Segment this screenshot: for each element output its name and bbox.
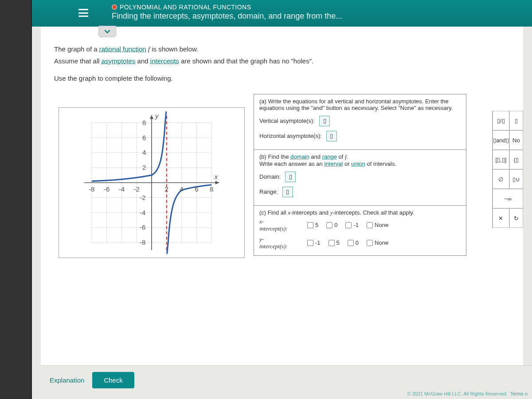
label-domain: Domain: — [259, 173, 281, 180]
svg-text:8: 8 — [210, 185, 213, 193]
checkbox-x-5[interactable]: 5 — [307, 222, 318, 228]
function-graph: -8-6-4-2 2468 2468 -2-4-6-8 x y — [59, 107, 245, 258]
label-range: Range: — [259, 188, 278, 195]
palette-no[interactable]: No — [509, 130, 523, 150]
svg-text:-8: -8 — [89, 185, 95, 193]
svg-marker-18 — [215, 180, 219, 184]
svg-text:6: 6 — [195, 185, 198, 193]
part-c: (c) Find all x-intercepts and y-intercep… — [254, 206, 466, 255]
svg-text:-6: -6 — [104, 185, 110, 193]
collapse-toggle[interactable] — [98, 26, 116, 37]
link-intercepts[interactable]: intercepts — [150, 57, 179, 65]
input-vertical-asymptote[interactable]: ▯ — [319, 116, 330, 126]
copyright-text: © 2021 McGraw Hill LLC. All Rights Reser… — [407, 391, 528, 396]
svg-text:-2: -2 — [140, 193, 146, 201]
check-button[interactable]: Check — [92, 372, 134, 388]
checkbox-x-none[interactable]: None — [367, 222, 388, 228]
section-title: POLYNOMIAL AND RATIONAL FUNCTIONS — [112, 4, 342, 11]
palette-union[interactable]: ▯∪ — [509, 169, 523, 189]
link-interval[interactable]: interval — [324, 160, 343, 167]
checkbox-y-5[interactable]: 5 — [329, 239, 340, 246]
link-union[interactable]: union — [351, 160, 365, 167]
palette-closed-interval[interactable]: [▯,▯] — [493, 150, 509, 169]
symbol-palette: ▯/▯ ▯ ▯and▯ No [▯,▯] (▯ ∅ ▯∪ −∞ ✕ ↻ — [492, 111, 523, 228]
svg-text:y: y — [155, 112, 159, 119]
checkbox-y-0[interactable]: 0 — [348, 239, 359, 246]
svg-text:-4: -4 — [119, 185, 125, 193]
explanation-button[interactable]: Explanation — [50, 376, 84, 384]
chevron-down-icon — [104, 28, 110, 35]
svg-text:4: 4 — [142, 149, 146, 156]
part-b: (b) Find the domain and range of f. Writ… — [254, 150, 466, 206]
svg-text:x: x — [214, 172, 219, 180]
link-asymptotes[interactable]: asymptotes — [102, 57, 136, 65]
menu-hamburger-icon[interactable] — [78, 9, 88, 17]
part-a-text: (a) Write the equations for all vertical… — [259, 98, 461, 111]
palette-clear[interactable]: ✕ — [493, 208, 509, 228]
label-horizontal-asymptote: Horizontal asymptote(s): — [259, 133, 322, 139]
svg-text:8: 8 — [142, 118, 146, 126]
checkbox-y-neg1[interactable]: -1 — [307, 239, 321, 246]
palette-empty-set[interactable]: ∅ — [493, 169, 509, 189]
palette-redo[interactable]: ↻ — [509, 208, 523, 228]
label-x-intercepts: x-intercept(s): — [259, 218, 299, 232]
input-domain[interactable]: ▯ — [285, 172, 296, 182]
svg-text:-2: -2 — [133, 185, 140, 193]
svg-text:-6: -6 — [140, 223, 146, 231]
svg-text:-4: -4 — [140, 208, 146, 216]
link-rational-function[interactable]: rational function — [99, 45, 146, 53]
link-domain[interactable]: domain — [290, 153, 309, 160]
palette-neg-infinity[interactable]: −∞ — [493, 189, 523, 208]
palette-and[interactable]: ▯and▯ — [493, 130, 509, 150]
label-vertical-asymptote: Vertical asymptote(s): — [259, 117, 315, 124]
label-y-intercepts: y-intercept(s): — [259, 236, 299, 250]
palette-box[interactable]: ▯ — [509, 111, 523, 130]
page-title: Finding the intercepts, asymptotes, doma… — [112, 12, 342, 21]
checkbox-y-none[interactable]: None — [367, 239, 388, 246]
terms-link[interactable]: Terms o — [510, 391, 528, 396]
part-a: (a) Write the equations for all vertical… — [254, 94, 466, 150]
checkbox-x-0[interactable]: 0 — [326, 222, 337, 228]
checkbox-x-neg1[interactable]: -1 — [345, 222, 359, 228]
input-horizontal-asymptote[interactable]: ▯ — [326, 131, 337, 141]
link-range[interactable]: range — [322, 153, 337, 160]
section-dot-icon — [112, 4, 117, 10]
svg-text:4: 4 — [180, 185, 183, 193]
svg-marker-19 — [150, 115, 153, 118]
svg-text:6: 6 — [142, 133, 146, 141]
palette-open-interval[interactable]: (▯ — [509, 150, 523, 169]
input-range[interactable]: ▯ — [282, 187, 293, 197]
answer-panel: (a) Write the equations for all vertical… — [254, 94, 466, 256]
svg-text:-8: -8 — [140, 239, 146, 246]
palette-fraction[interactable]: ▯/▯ — [493, 111, 509, 130]
svg-text:2: 2 — [142, 164, 146, 171]
svg-text:2: 2 — [165, 185, 168, 193]
